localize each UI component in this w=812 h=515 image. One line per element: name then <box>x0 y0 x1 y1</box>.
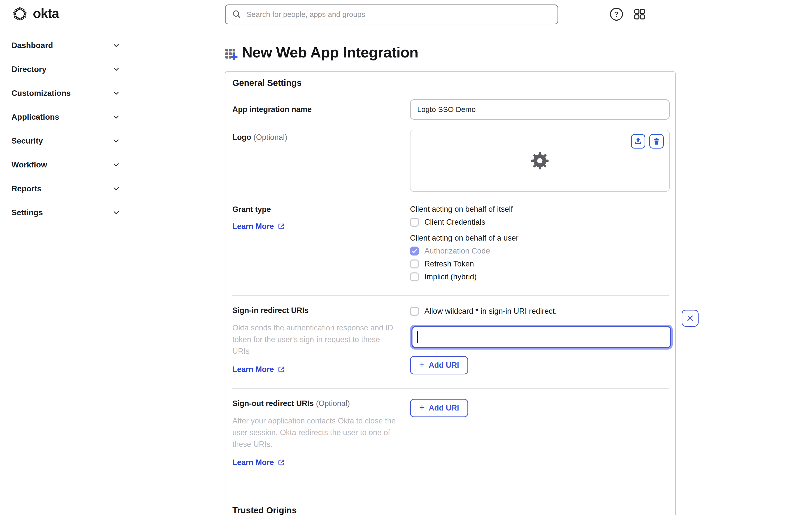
signout-add-uri-button[interactable]: + Add URI <box>410 399 468 417</box>
checkbox-label: Refresh Token <box>425 259 474 268</box>
add-uri-label: Add URI <box>429 361 459 370</box>
search-input[interactable] <box>246 10 552 19</box>
delete-logo-button[interactable] <box>649 134 664 148</box>
sidebar-item-label: Applications <box>11 112 59 122</box>
sidebar-item-settings[interactable]: Settings <box>0 201 131 224</box>
chevron-down-icon <box>112 185 120 192</box>
signout-redirect-row: Sign-out redirect URIs (Optional) After … <box>232 399 669 467</box>
signout-learn-more-link[interactable]: Learn More <box>232 458 285 467</box>
chevron-down-icon <box>112 137 120 145</box>
sidebar-item-label: Security <box>11 136 43 146</box>
external-link-icon <box>278 222 285 230</box>
signin-help-text: Okta sends the authentication response a… <box>232 322 396 357</box>
authorization-code-checkbox[interactable] <box>410 247 419 256</box>
learn-more-label: Learn More <box>232 458 274 467</box>
section-divider <box>232 489 669 489</box>
sidebar-item-label: Customizations <box>11 89 71 98</box>
signout-redirect-label: Sign-out redirect URIs <box>232 399 314 408</box>
logo-preview-box <box>410 130 670 192</box>
learn-more-label: Learn More <box>232 365 274 374</box>
new-app-integration-icon <box>225 47 238 60</box>
section-divider <box>232 295 669 296</box>
sidebar-item-label: Directory <box>11 65 47 74</box>
page-title: New Web App Integration <box>242 44 418 61</box>
sidebar-item-directory[interactable]: Directory <box>0 57 131 81</box>
grant-type-learn-more-link[interactable]: Learn More <box>232 222 285 231</box>
chevron-down-icon <box>112 41 120 49</box>
apps-grid-icon[interactable] <box>633 8 646 20</box>
section-divider <box>232 389 669 389</box>
section-heading: General Settings <box>232 78 669 88</box>
sidebar-item-reports[interactable]: Reports <box>0 177 131 201</box>
sidebar-item-workflow[interactable]: Workflow <box>0 153 131 177</box>
sidebar-nav: Dashboard Directory Customizations Appli… <box>0 28 132 515</box>
checkmark-icon <box>411 248 418 254</box>
global-search[interactable] <box>225 4 558 24</box>
help-icon[interactable]: ? <box>610 8 623 21</box>
okta-logo[interactable]: okta <box>11 5 59 22</box>
sidebar-item-customizations[interactable]: Customizations <box>0 81 131 105</box>
app-name-row: App integration name <box>232 99 669 120</box>
app-name-input[interactable] <box>410 99 670 120</box>
checkbox-label: Allow wildcard * in sign-in URI redirect… <box>425 307 557 316</box>
okta-wordmark: okta <box>33 5 59 22</box>
signout-optional-label: (Optional) <box>316 399 350 408</box>
close-icon <box>687 315 694 322</box>
signin-learn-more-link[interactable]: Learn More <box>232 365 285 374</box>
trash-icon <box>652 137 661 145</box>
plus-icon: + <box>419 403 425 412</box>
chevron-down-icon <box>112 65 120 73</box>
grant-option-client-credentials: Client Credentials <box>410 218 669 227</box>
upload-logo-button[interactable] <box>631 134 645 148</box>
signin-add-uri-button[interactable]: + Add URI <box>410 356 468 374</box>
grant-user-heading: Client acting on behalf of a user <box>410 234 669 242</box>
checkbox-label: Client Credentials <box>425 218 485 227</box>
sidebar-item-dashboard[interactable]: Dashboard <box>0 33 131 57</box>
gear-icon <box>530 151 550 170</box>
app-name-label: App integration name <box>232 105 312 114</box>
sidebar-item-label: Settings <box>11 208 43 217</box>
okta-sunburst-icon <box>11 5 28 22</box>
grant-type-row: Grant type Learn More Client ac <box>232 205 669 281</box>
text-cursor <box>417 331 418 343</box>
client-credentials-checkbox[interactable] <box>410 218 419 227</box>
header-actions: ? <box>610 0 646 28</box>
okta-admin-window: okta ? Da <box>0 0 812 515</box>
upload-icon <box>634 137 642 146</box>
sidebar-item-label: Dashboard <box>11 41 53 50</box>
grant-self-heading: Client acting on behalf of itself <box>410 205 669 214</box>
grant-type-label: Grant type <box>232 205 271 214</box>
logo-optional-label: (Optional) <box>254 133 287 142</box>
logo-label: Logo <box>232 133 251 142</box>
sidebar-item-label: Reports <box>11 184 41 193</box>
grant-option-refresh-token: Refresh Token <box>410 259 669 268</box>
external-link-icon <box>278 366 285 373</box>
learn-more-label: Learn More <box>232 222 274 231</box>
checkbox-label: Authorization Code <box>425 247 490 256</box>
signin-uri-input[interactable] <box>411 326 671 348</box>
plus-icon: + <box>419 360 425 369</box>
remove-uri-button[interactable] <box>682 310 699 327</box>
chevron-down-icon <box>112 89 120 97</box>
wildcard-option: Allow wildcard * in sign-in URI redirect… <box>410 307 673 316</box>
chevron-down-icon <box>112 161 120 168</box>
signin-uri-field-focus-ring <box>410 325 673 349</box>
wildcard-checkbox[interactable] <box>410 307 419 316</box>
signout-help-text: After your application contacts Okta to … <box>232 415 396 450</box>
external-link-icon <box>278 459 285 466</box>
top-header: okta ? <box>0 0 812 28</box>
refresh-token-checkbox[interactable] <box>410 259 419 268</box>
sidebar-item-security[interactable]: Security <box>0 129 131 153</box>
grant-option-authorization-code: Authorization Code <box>410 247 669 256</box>
trusted-origins-heading: Trusted Origins <box>232 505 669 515</box>
signin-redirect-row: Sign-in redirect URIs Okta sends the aut… <box>232 306 669 374</box>
sidebar-item-applications[interactable]: Applications <box>0 105 131 129</box>
chevron-down-icon <box>112 209 120 216</box>
checkbox-label: Implicit (hybrid) <box>425 273 477 281</box>
grant-option-implicit-hybrid: Implicit (hybrid) <box>410 273 669 281</box>
implicit-hybrid-checkbox[interactable] <box>410 273 419 281</box>
general-settings-card: General Settings App integration name Lo… <box>225 71 676 515</box>
chevron-down-icon <box>112 113 120 121</box>
logo-row: Logo (Optional) <box>232 130 669 192</box>
sidebar-item-label: Workflow <box>11 160 47 169</box>
